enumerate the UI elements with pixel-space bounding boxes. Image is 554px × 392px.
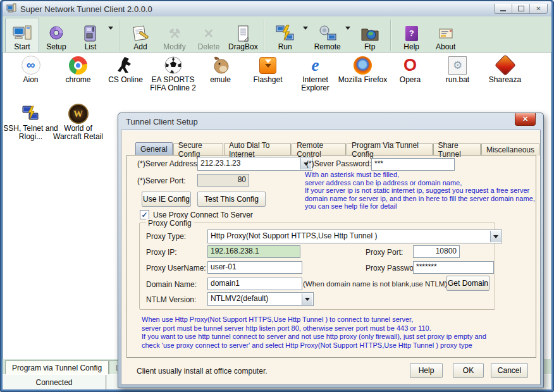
proxy-port-label: Proxy Port:	[366, 248, 403, 257]
proxy-username-label: Proxy UserName:	[146, 264, 206, 273]
toolbar-label: List	[85, 43, 97, 51]
tab-auto-dial[interactable]: Auto Dial To Internet	[224, 143, 291, 156]
list-icon	[81, 23, 100, 43]
proxy-type-label: Proxy Type:	[146, 232, 186, 241]
general-tab-page: (*)Server Address: 212.23.1.23 (*)Sever …	[126, 155, 536, 358]
tab-program-via-tunnel-config[interactable]: Program Via Tunnel Config	[347, 143, 433, 156]
domain-name-field[interactable]: domain1	[207, 278, 302, 290]
tunnel-client-setup-dialog: Tunnel Client Setup ✕ General Secure Con…	[118, 113, 544, 388]
desktop-icon-fifa[interactable]: EA SPORTS FIFA Online 2	[149, 55, 197, 92]
tab-miscellaneous[interactable]: Miscellaneous	[481, 143, 539, 156]
tab-secure-config[interactable]: Secure Config	[173, 143, 223, 156]
toolbar-add-button[interactable]: Add	[123, 18, 157, 53]
remote-dropdown-icon[interactable]	[345, 27, 350, 32]
close-icon: ✕	[536, 5, 541, 12]
toolbar-run-button[interactable]: Run	[268, 18, 302, 53]
use-proxy-checkbox-row[interactable]: ✓ Use Proxy Connect To Server	[140, 210, 253, 219]
icon-row-1: ∞ Aion chrome CS Online EA SPORTS FIFA O…	[7, 55, 529, 92]
desktop-icon-emule[interactable]: emule	[197, 55, 244, 92]
tab-remote-control[interactable]: Remote Control	[292, 143, 346, 156]
toolbar-remote-button[interactable]: Remote	[311, 18, 345, 53]
use-ie-config-button[interactable]: Use IE Config	[142, 192, 191, 207]
toolbar-label: Add	[133, 43, 147, 51]
ntlm-version-label: NTLM Version:	[146, 295, 196, 304]
icon-row-2: SSH, Telnet and Rlogi... W World of Warc…	[7, 104, 102, 141]
shareaza-icon	[495, 54, 516, 76]
firefox-icon	[354, 56, 372, 75]
desktop-icon-run-bat[interactable]: ⚙ run.bat	[434, 55, 481, 92]
desktop-icon-wow[interactable]: W World of Warcraft Retail	[54, 104, 102, 141]
dialog-tab-strip: General Secure Config Auto Dial To Inter…	[135, 143, 540, 155]
ok-button[interactable]: OK	[453, 363, 484, 378]
bottom-tab-program-via-tunnel-config[interactable]: Program via Tunnel Config	[5, 360, 109, 374]
toolbar-help-button[interactable]: ? Help	[395, 18, 429, 53]
desktop-icon-chrome[interactable]: chrome	[54, 55, 102, 92]
proxy-password-field[interactable]: *******	[413, 261, 494, 274]
toolbar-about-button[interactable]: About	[429, 18, 463, 53]
screen: Super Network Tunnel Client 2.0.0.0 ✕ St…	[0, 0, 554, 392]
server-password-field[interactable]: ***	[371, 158, 455, 171]
opera-icon: O	[403, 56, 417, 75]
desktop-icon-shareaza[interactable]: Shareaza	[481, 55, 529, 92]
toolbar-label: Delete	[198, 43, 220, 51]
get-domain-button[interactable]: Get Domain	[446, 276, 489, 291]
desktop-icon-cs-online[interactable]: CS Online	[102, 55, 149, 92]
toolbar-start-button[interactable]: Start	[5, 18, 39, 53]
setup-icon	[47, 23, 66, 43]
cancel-button[interactable]: Cancel	[491, 363, 528, 378]
server-password-label: (*)Sever Password:	[306, 159, 371, 168]
test-this-config-button[interactable]: Test This Config	[197, 192, 266, 207]
minimize-button[interactable]	[495, 4, 512, 13]
main-titlebar[interactable]: Super Network Tunnel Client 2.0.0.0 ✕	[3, 1, 551, 16]
close-button[interactable]: ✕	[530, 4, 547, 13]
desktop-icon-opera[interactable]: O Opera	[386, 55, 434, 92]
help-button[interactable]: Help	[410, 363, 443, 378]
window-title: Super Network Tunnel Client 2.0.0.0	[20, 4, 152, 14]
desktop-icon-ssh[interactable]: SSH, Telnet and Rlogi...	[7, 104, 54, 141]
run-dropdown-icon[interactable]	[303, 27, 308, 32]
add-icon	[131, 23, 150, 43]
desktop-icon-internet-explorer[interactable]: e Internet Explorer	[292, 55, 339, 92]
proxy-username-field[interactable]: user-01	[207, 261, 302, 274]
main-toolbar: Start Setup List Add ⚒ Modify ✕ D	[3, 16, 551, 54]
chevron-down-icon[interactable]	[490, 231, 501, 242]
ssh-computers-icon	[20, 104, 42, 124]
ntlm-version-combo[interactable]: NTLMV2(default)	[207, 292, 314, 306]
server-port-field[interactable]: 80	[197, 174, 249, 187]
soccer-ball-icon	[163, 55, 184, 75]
toolbar-ftp-button[interactable]: Ftp	[353, 18, 387, 53]
start-icon	[13, 23, 32, 43]
toolbar-setup-button[interactable]: Setup	[39, 18, 73, 53]
proxy-type-combo[interactable]: Http Proxy(Not Support HTTPS,Use Http Tu…	[207, 230, 502, 243]
toolbar-label: Run	[278, 43, 292, 51]
proxy-ip-field[interactable]: 192.168.238.1	[207, 245, 300, 258]
toolbar-modify-button[interactable]: ⚒ Modify	[157, 18, 192, 53]
wow-icon: W	[68, 104, 89, 124]
server-address-combo[interactable]: 212.23.1.23	[197, 157, 312, 171]
toolbar-dragbox-button[interactable]: DragBox	[226, 18, 261, 53]
toolbar-separator	[264, 20, 265, 51]
close-icon: ✕	[522, 115, 528, 123]
proxy-port-field[interactable]: 10800	[413, 245, 460, 258]
batch-file-icon: ⚙	[448, 56, 467, 75]
tab-general[interactable]: General	[135, 142, 173, 156]
dialog-close-button[interactable]: ✕	[515, 113, 536, 126]
restore-button[interactable]	[512, 4, 530, 13]
tab-share-tunnel[interactable]: Share Tunnel	[433, 143, 481, 156]
chevron-down-icon[interactable]	[302, 293, 312, 305]
list-dropdown-icon[interactable]	[108, 27, 113, 32]
connection-status: Connected	[35, 378, 72, 387]
toolbar-label: Setup	[46, 43, 66, 51]
toolbar-list-button[interactable]: List	[73, 18, 108, 53]
checkbox-checked-icon[interactable]: ✓	[140, 210, 149, 219]
cs-online-icon	[115, 55, 137, 75]
toolbar-delete-button[interactable]: ✕ Delete	[192, 18, 226, 53]
desktop-icon-flashget[interactable]: Flashget	[244, 55, 292, 92]
desktop-icon-aion[interactable]: ∞ Aion	[7, 55, 54, 92]
remote-icon	[318, 23, 337, 43]
desktop-icon-firefox[interactable]: Mozilla Firefox	[339, 55, 386, 92]
delete-icon: ✕	[204, 23, 214, 43]
emule-donkey-icon	[210, 55, 231, 75]
restore-icon	[518, 6, 524, 11]
dialog-titlebar[interactable]: Tunnel Client Setup	[118, 113, 543, 130]
